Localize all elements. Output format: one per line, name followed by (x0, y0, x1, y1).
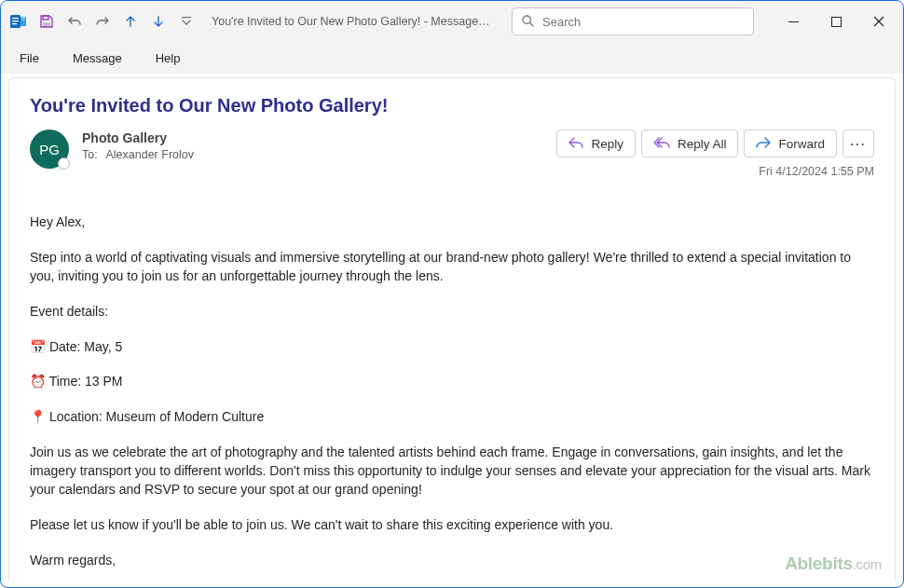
next-item-button[interactable] (146, 9, 171, 34)
forward-button[interactable]: Forward (744, 130, 837, 157)
body-location-line: 📍 Location: Museum of Modern Culture (30, 408, 874, 427)
message-actions: Reply Reply All (556, 130, 874, 178)
body-para3: Please let us know if you'll be able to … (30, 516, 874, 535)
sender-name: Photo Gallery (82, 130, 556, 146)
window-controls (773, 7, 899, 36)
body-time-line: ⏰ Time: 13 PM (30, 373, 874, 391)
watermark: Ablebits.com (785, 554, 882, 574)
svg-rect-1 (12, 18, 19, 19)
sender-avatar[interactable]: PG (30, 130, 69, 169)
message-body: Hey Alex, Step into a world of captivati… (30, 213, 874, 588)
to-value: Alexander Frolov (105, 148, 194, 161)
previous-item-button[interactable] (118, 9, 143, 34)
app-icon (7, 9, 31, 34)
menu-message[interactable]: Message (65, 48, 130, 69)
forward-label: Forward (778, 137, 825, 151)
body-para2: Join us as we celebrate the art of photo… (30, 444, 874, 499)
body-closing1: Warm regards, (30, 552, 874, 570)
reply-all-button[interactable]: Reply All (641, 130, 739, 157)
watermark-brand: Ablebits (785, 554, 853, 573)
minimize-button[interactable] (773, 7, 814, 36)
reply-label: Reply (591, 137, 623, 151)
svg-rect-6 (182, 17, 191, 18)
reply-all-icon (653, 136, 670, 152)
message-subject: You're Invited to Our New Photo Gallery! (30, 95, 874, 116)
svg-rect-10 (831, 17, 841, 26)
menu-file[interactable]: File (12, 48, 47, 69)
quick-access-toolbar (7, 9, 199, 34)
search-icon (521, 14, 535, 31)
window-title: You're Invited to Our New Photo Gallery!… (212, 15, 491, 28)
redo-button[interactable] (90, 9, 115, 34)
to-label: To: (82, 148, 98, 161)
more-actions-button[interactable]: ··· (842, 130, 874, 157)
search-input[interactable] (512, 7, 754, 35)
save-button[interactable] (34, 9, 59, 34)
reply-button[interactable]: Reply (556, 130, 636, 157)
close-button[interactable] (858, 7, 899, 36)
message-content: You're Invited to Our New Photo Gallery!… (8, 77, 896, 580)
svg-rect-2 (12, 21, 19, 21)
message-header: PG Photo Gallery To: Alexander Frolov Re… (30, 130, 874, 178)
undo-button[interactable] (62, 9, 87, 34)
menu-bar: File Message Help (1, 42, 903, 74)
title-bar: You're Invited to Our New Photo Gallery!… (1, 1, 903, 42)
svg-line-8 (530, 23, 534, 27)
sender-info: Photo Gallery To: Alexander Frolov (82, 130, 556, 161)
customize-qat-button[interactable] (174, 9, 199, 34)
svg-rect-5 (43, 22, 50, 27)
reply-icon (568, 136, 583, 152)
search-box[interactable] (512, 7, 754, 35)
message-timestamp: Fri 4/12/2024 1:55 PM (759, 165, 874, 178)
body-intro: Step into a world of captivating visuals… (30, 249, 874, 286)
forward-icon (756, 136, 771, 152)
reply-all-label: Reply All (678, 137, 727, 151)
maximize-button[interactable] (815, 7, 856, 36)
body-greeting: Hey Alex, (30, 213, 874, 232)
menu-help[interactable]: Help (148, 48, 188, 69)
svg-rect-9 (788, 21, 799, 22)
body-date-line: 📅 Date: May, 5 (30, 338, 874, 357)
watermark-domain: .com (853, 556, 882, 572)
svg-rect-3 (12, 23, 17, 24)
body-event-details-label: Event details: (30, 303, 874, 321)
svg-rect-4 (43, 16, 48, 20)
recipients-line: To: Alexander Frolov (82, 148, 556, 161)
